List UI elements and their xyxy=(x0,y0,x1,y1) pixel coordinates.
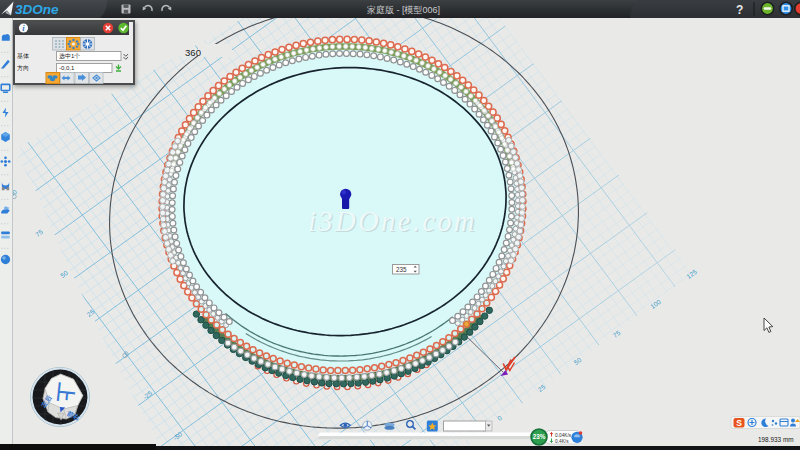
svg-text:基体: 基体 xyxy=(17,53,29,59)
svg-text:?: ? xyxy=(736,3,743,17)
svg-text:23%: 23% xyxy=(533,433,546,440)
svg-text:上: 上 xyxy=(54,381,77,403)
svg-text:家庭版 - [模型006]: 家庭版 - [模型006] xyxy=(367,5,440,15)
svg-text:235: 235 xyxy=(396,266,407,273)
svg-text:0.04K/s: 0.04K/s xyxy=(555,433,572,438)
svg-text:-0,0,1: -0,0,1 xyxy=(59,65,75,71)
svg-text:3DOne: 3DOne xyxy=(15,2,59,17)
svg-text:选中1个: 选中1个 xyxy=(59,53,80,60)
svg-text:i3DOne.com: i3DOne.com xyxy=(308,206,477,237)
svg-text:0.4K/s: 0.4K/s xyxy=(555,439,569,444)
svg-text:360: 360 xyxy=(185,47,201,58)
svg-text:S: S xyxy=(736,418,742,428)
